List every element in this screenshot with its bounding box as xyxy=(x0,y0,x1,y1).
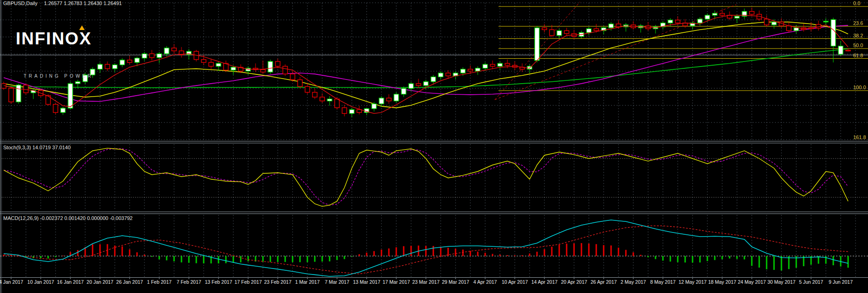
x-axis-label: 23 Feb 2017 xyxy=(264,279,292,285)
fib-level-label: 0.0 xyxy=(853,0,860,6)
x-axis-label: 12 May 2017 xyxy=(679,279,707,285)
x-axis-label: 8 May 2017 xyxy=(650,279,676,285)
trendlines xyxy=(495,2,737,100)
x-axis-label: 13 Feb 2017 xyxy=(205,279,232,285)
macd-indicator-label: MACD(12,26,9) -0.002372 0.001420 0.00000… xyxy=(3,215,133,221)
fib-level-label: 61.8 xyxy=(853,53,863,58)
stochastic-indicator-label: Stoch(9,3,3) 14.0719 37.0140 xyxy=(3,145,71,150)
logo-tagline: TRADING POWER xyxy=(16,73,108,79)
x-axis-label: 10 Jan 2017 xyxy=(27,279,54,285)
x-axis-label: 20 Jan 2017 xyxy=(87,279,113,285)
x-axis-label: 16 Jan 2017 xyxy=(57,279,84,285)
x-axis-label: 9 Jun 2017 xyxy=(829,279,853,285)
x-axis-label: 17 Feb 2017 xyxy=(235,279,262,285)
broker-logo: INFINOX TRADING POWER xyxy=(16,13,108,95)
fib-level-label: 50.0 xyxy=(853,43,863,48)
x-axis-label: 13 Mar 2017 xyxy=(353,279,381,285)
x-axis-label: 7 Feb 2017 xyxy=(176,279,201,285)
mt4-chart-window: GBPUSD,Daily1.26577 1.26783 1.26430 1.26… xyxy=(0,0,868,293)
chart-title: GBPUSD,Daily1.26577 1.26783 1.26430 1.26… xyxy=(3,0,122,6)
x-axis-label: 29 Mar 2017 xyxy=(442,279,469,285)
x-axis-label: 4 Apr 2017 xyxy=(474,279,497,285)
x-axis-label: 1 Mar 2017 xyxy=(295,279,319,285)
fib-level-label: 161.8 xyxy=(853,134,866,140)
x-axis-label: 26 Apr 2017 xyxy=(591,279,617,285)
x-axis-label: 10 Apr 2017 xyxy=(502,279,528,285)
ohlc-values: 1.26577 1.26783 1.26430 1.26491 xyxy=(44,0,122,6)
x-axis-label: 2 May 2017 xyxy=(621,279,646,285)
logo-triangle-icon xyxy=(79,25,85,30)
x-axis-label: 14 Apr 2017 xyxy=(531,279,558,285)
logo-text: INFINOX xyxy=(16,30,108,48)
fibonacci-retracement xyxy=(499,6,868,91)
fib-level-label: 23.6 xyxy=(853,20,863,26)
x-axis-label: 26 Jan 2017 xyxy=(116,279,143,285)
fib-level-label: 38.2 xyxy=(853,33,863,38)
x-axis-label: 17 Mar 2017 xyxy=(383,279,410,285)
x-axis-label: 4 Jan 2017 xyxy=(0,279,23,285)
x-axis-label: 30 May 2017 xyxy=(768,279,796,285)
x-axis-label: 7 Mar 2017 xyxy=(325,279,349,285)
x-axis-label: 24 May 2017 xyxy=(738,279,766,285)
indicator-levels xyxy=(0,159,868,256)
fib-level-label: 100.0 xyxy=(853,85,866,90)
x-axis-label: 18 May 2017 xyxy=(708,279,737,285)
x-axis-label: 5 Jun 2017 xyxy=(799,279,823,285)
symbol-timeframe: GBPUSD,Daily xyxy=(3,0,37,6)
x-axis-label: 20 Apr 2017 xyxy=(561,279,587,285)
x-axis-label: 1 Feb 2017 xyxy=(147,279,171,285)
x-axis-label: 23 Mar 2017 xyxy=(412,279,440,285)
chart-canvas[interactable] xyxy=(0,0,868,293)
